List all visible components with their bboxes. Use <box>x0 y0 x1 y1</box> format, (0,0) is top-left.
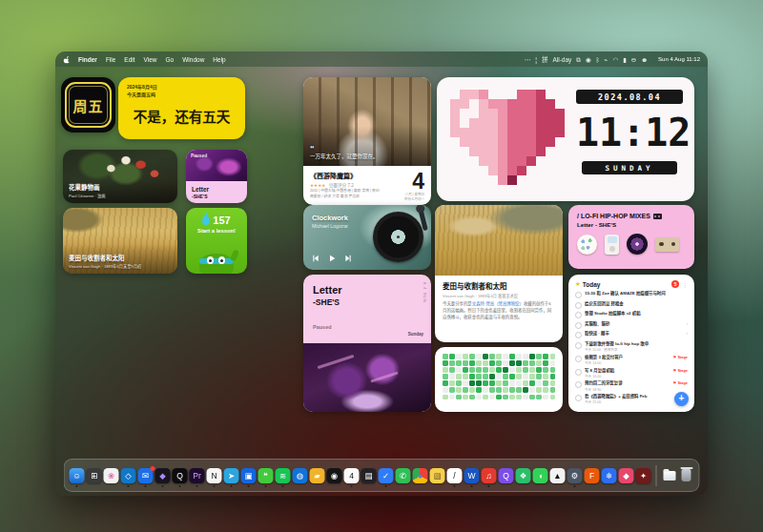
status-icon-5[interactable]: ◉ <box>586 56 591 63</box>
menu-view[interactable]: View <box>144 56 157 63</box>
more-icon[interactable]: ⋮ <box>682 281 688 288</box>
todo-item[interactable]: 取快递 · 顺丰› <box>575 331 688 338</box>
dock-steam[interactable]: ⚙ <box>567 468 583 483</box>
todo-item[interactable]: 看《西游降魔篇》+ 麦田资料 Feb今天 21:00 <box>575 394 688 404</box>
todo-item[interactable]: 修图第 3 批交付客户今天 14:00⚑ Stage <box>575 355 688 365</box>
dock-messages[interactable]: ◖ <box>533 468 548 483</box>
dock-obsidian[interactable]: ◆ <box>155 468 171 483</box>
todo-item[interactable]: 整理 Studio 拍摄脚本 v2 初稿 <box>575 311 688 318</box>
dock-photos[interactable]: ❀ <box>104 468 119 483</box>
grid-cell <box>489 380 495 386</box>
dock-shield[interactable]: ❖ <box>516 468 531 483</box>
dock-word[interactable]: W <box>464 468 480 483</box>
menu-help[interactable]: Help <box>213 56 225 63</box>
status-icon-9[interactable]: ▮ <box>623 56 627 63</box>
todo-item[interactable]: 下载新歌并整理 lo-fi hip hop 歌单今天 11:00 · 播放列表 <box>575 341 688 352</box>
dock-f-app[interactable]: F <box>585 468 600 483</box>
menu-finder[interactable]: Finder <box>78 56 97 63</box>
todo-checkbox[interactable] <box>575 342 582 349</box>
duolingo-streak-widget[interactable]: 157 Start a lesson! <box>186 208 247 274</box>
menu-window[interactable]: Window <box>182 56 204 63</box>
todo-item[interactable]: 买猫粮、猫砂› <box>575 321 688 329</box>
previous-track-icon[interactable] <box>312 255 320 262</box>
todo-item[interactable]: 写 8 月复盘初稿今天 16:00⚑ Stage <box>575 368 688 379</box>
dock-wechat[interactable]: ❝ <box>258 468 274 483</box>
dock-things[interactable]: ✓ <box>379 468 394 483</box>
status-icon-2[interactable]: 拼 <box>542 56 548 63</box>
movie-calendar-widget[interactable]: “ 一万年太久了，就要你现在。 《西游降魔篇》 ★★★★ 豆瓣评分 7.2 20… <box>303 77 431 205</box>
menu-go[interactable]: Go <box>166 56 175 63</box>
dock-calendar[interactable]: 4 <box>344 468 360 483</box>
play-icon[interactable] <box>328 255 336 262</box>
dock-paint[interactable]: ▨ <box>430 468 445 483</box>
dock-docker[interactable]: ◍ <box>293 468 308 483</box>
menu-clock[interactable]: Sun 4 Aug 11:12 <box>658 56 700 62</box>
dock-fraction[interactable]: ❄ <box>602 468 617 483</box>
todo-item[interactable]: 预约周二的牙医复诊今天 18:30⚑ Stage <box>575 380 688 391</box>
dock-downloads[interactable] <box>662 468 677 483</box>
todo-checkbox[interactable] <box>575 322 582 329</box>
vinyl-player-widget[interactable]: Clockwork Michael Logozar <box>303 205 431 270</box>
dock-quark[interactable]: Q <box>499 468 514 483</box>
heart-pixel <box>507 90 517 99</box>
add-task-button[interactable]: + <box>674 392 689 406</box>
dock-meeting[interactable]: ▣ <box>241 468 257 483</box>
menu-edit[interactable]: Edit <box>124 56 134 63</box>
status-icon-11[interactable]: ☻ <box>641 56 648 63</box>
dock-finder[interactable]: ☺ <box>70 468 85 483</box>
friday-seal-widget[interactable]: 周五 <box>61 77 115 133</box>
status-icon-4[interactable]: ⧉ <box>576 56 581 63</box>
dock-launchpad[interactable]: ⊞ <box>87 468 102 483</box>
todo-checkbox[interactable] <box>575 302 582 309</box>
todo-checkbox[interactable] <box>575 332 582 338</box>
dock-qq[interactable]: Q <box>173 468 188 483</box>
status-icon-1[interactable]: ¦ <box>535 56 537 63</box>
apple-menu-icon[interactable] <box>63 55 71 64</box>
dock-trash[interactable] <box>679 468 694 483</box>
status-icon-3[interactable]: All-day <box>552 56 571 63</box>
status-icon-6[interactable]: ᛒ <box>596 56 600 63</box>
dock-mail[interactable]: ✉ <box>138 468 154 483</box>
todo-item[interactable]: 给房东回消息 转租金 <box>575 301 688 309</box>
dock-darkred-app[interactable]: ✦ <box>636 468 651 483</box>
dock-netease-music[interactable]: ♫ <box>482 468 497 483</box>
dock-spotify[interactable]: ≋ <box>276 468 291 483</box>
wheatfield-art-widget[interactable]: 麦田与收割者和太阳 Vincent van Gogh · 1889年6月末至9月… <box>63 208 177 274</box>
status-icon-8[interactable]: ◠ <box>613 56 619 63</box>
dock-pink-app[interactable]: ◆ <box>619 468 634 483</box>
todo-checkbox[interactable] <box>575 395 582 401</box>
status-icon-0[interactable]: ⋯ <box>525 56 531 63</box>
article-link[interactable]: 文森特·梵高（梵高博物馆） <box>472 301 524 306</box>
cezanne-art-widget[interactable]: 花果静物画 Paul Cézanne · 油画 <box>63 150 177 203</box>
menu-file[interactable]: File <box>106 56 115 63</box>
status-icon-10[interactable]: ⊖ <box>631 56 636 63</box>
pixel-clock-widget[interactable]: 2024.08.04 11:12 SUNDAY <box>437 77 694 201</box>
reminders-widget[interactable]: ★ Today 5 ⋮ 15:30 和 Zoe 确认 AMAZE 拍摄细节与时间… <box>568 275 694 412</box>
todo-checkbox[interactable] <box>575 381 582 388</box>
next-track-icon[interactable] <box>344 255 352 262</box>
todo-checkbox[interactable] <box>575 312 582 318</box>
dock-telegram[interactable]: ➤ <box>224 468 239 483</box>
dock-premiere[interactable]: Pr <box>190 468 205 483</box>
dock-vscode[interactable]: ◇ <box>121 468 136 483</box>
todo-item[interactable]: 15:30 和 Zoe 确认 AMAZE 拍摄细节与时间 <box>575 291 688 298</box>
grid-cell <box>503 380 508 386</box>
status-icon-7[interactable]: ⌁ <box>605 56 608 63</box>
dock-cursor[interactable]: ▲ <box>550 468 566 483</box>
friday-countdown-widget[interactable]: 2024年8月4日 今天是周五吗 不是，还有五天 <box>118 77 245 139</box>
dock-chrome[interactable]: ● <box>413 468 428 483</box>
music-widget-small[interactable]: Paused Letter -SHE'S <box>186 150 247 203</box>
lofi-playlist-widget[interactable]: / LO-FI HIP-HOP MIXES Letter - SHE'S <box>568 205 694 269</box>
todo-checkbox[interactable] <box>575 356 582 362</box>
music-widget-large[interactable]: Letter -SHE'S Paused 8.4 SUN Sunday <box>303 275 431 412</box>
dock-slash[interactable]: / <box>447 468 463 483</box>
art-daily-widget[interactable]: 麦田与收割者和太阳 Vincent van Gogh · 1889年6月 奥塞美… <box>435 205 563 342</box>
habit-grid-widget[interactable] <box>435 347 563 412</box>
dock-carplay[interactable]: ▤ <box>361 468 377 483</box>
todo-checkbox[interactable] <box>575 369 582 376</box>
dock-github[interactable]: ◉ <box>327 468 342 483</box>
todo-checkbox[interactable] <box>575 292 582 298</box>
dock-phone[interactable]: ✆ <box>396 468 411 483</box>
dock-notion[interactable]: N <box>207 468 222 483</box>
dock-folder-yellow[interactable]: ▰ <box>310 468 325 483</box>
